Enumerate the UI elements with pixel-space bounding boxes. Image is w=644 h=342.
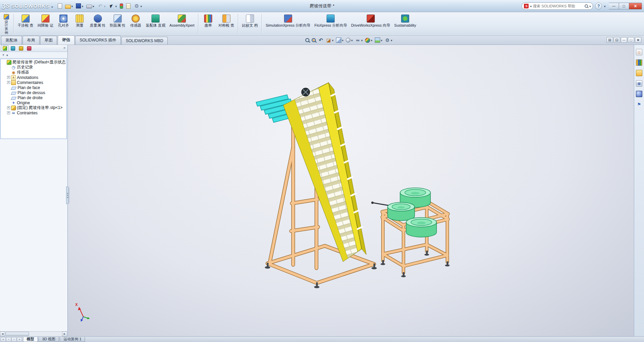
assemblyxpert-button[interactable]: AssemblyXpert (168, 13, 196, 35)
design-study-button[interactable]: 设计算例 (1, 13, 11, 35)
tab-evaluate[interactable]: 评估 (58, 35, 75, 45)
search-scope-caret-icon[interactable] (530, 4, 532, 8)
symmetry-check-button[interactable]: 对称检 查 (217, 13, 236, 35)
curvature-button[interactable]: 曲率 (200, 13, 216, 35)
tab-scroll-first-icon[interactable]: « (1, 337, 6, 342)
previous-view-button[interactable] (317, 36, 324, 44)
panel-overflow-button[interactable]: » (62, 46, 66, 50)
tab-scroll-prev-icon[interactable]: ‹ (6, 337, 11, 342)
tree-horizontal-scrollbar[interactable]: ◀ ▶ (0, 331, 67, 336)
dropdown-caret-icon[interactable] (361, 38, 363, 42)
expand-box[interactable] (7, 101, 10, 104)
dropdown-caret-icon[interactable] (342, 38, 344, 42)
save-button[interactable] (75, 2, 84, 10)
options-button[interactable] (133, 2, 143, 10)
sensor-button[interactable]: 传感器 (128, 13, 143, 35)
help-search-input[interactable] (533, 4, 583, 8)
tree-item-right-plane[interactable]: Plan de droite (1, 95, 66, 100)
propertymanager-tab[interactable] (9, 45, 17, 51)
taskpane-view-palette-button[interactable] (636, 80, 643, 87)
dropdown-caret-icon[interactable] (93, 4, 94, 8)
taskpane-resources-button[interactable] (636, 48, 643, 56)
maximize-button[interactable] (619, 3, 629, 9)
tree-item-mates[interactable]: + Contraintes (1, 110, 66, 115)
tab-sketch[interactable]: 草图 (40, 36, 57, 45)
help-search-box[interactable] (522, 2, 593, 10)
scrollbar-thumb[interactable] (5, 332, 29, 336)
view-orientation-button[interactable] (335, 36, 344, 44)
search-icon[interactable] (585, 4, 588, 8)
dropdown-caret-icon[interactable] (115, 4, 117, 8)
hide-show-items-button[interactable] (355, 36, 364, 44)
select-button[interactable] (108, 2, 118, 10)
tree-item-root[interactable]: 爬坡传送带 (Défaut<显示状态 (1, 60, 66, 65)
undo-button[interactable] (96, 2, 107, 10)
dropdown-caret-icon[interactable] (140, 4, 142, 8)
driveworksxpress-button[interactable]: DriveWorksXpress 向导 (349, 13, 392, 35)
configurationmanager-tab[interactable] (17, 45, 25, 51)
close-button[interactable] (629, 3, 642, 9)
doc-close-button[interactable] (635, 37, 641, 43)
expand-box[interactable]: + (7, 76, 10, 79)
tree-item-top-plane[interactable]: Plan de dessus (1, 90, 66, 95)
tab-assembly[interactable]: 装配体 (1, 36, 22, 45)
apply-scene-button[interactable] (374, 36, 383, 44)
graphics-viewport[interactable]: X (68, 45, 634, 336)
open-button[interactable] (64, 2, 74, 10)
motion-study-tab[interactable]: 运动算例 1 (60, 337, 85, 342)
scroll-right-arrow-icon[interactable]: ▶ (62, 332, 67, 336)
section-view-button[interactable] (325, 36, 334, 44)
model-tab[interactable]: 模型 (23, 337, 38, 342)
floxpress-button[interactable]: FloXpress 分析向导 (313, 13, 349, 35)
rebuild-button[interactable] (119, 2, 124, 10)
scrollbar-track[interactable] (29, 332, 62, 336)
assembly-visualization-button[interactable]: 装配体 直观 (144, 13, 167, 35)
scroll-left-arrow-icon[interactable]: ◀ (0, 332, 5, 336)
help-caret-icon[interactable] (604, 4, 606, 8)
file-properties-button[interactable] (125, 2, 132, 10)
featuremanager-tab[interactable] (1, 45, 8, 51)
simulationxpress-button[interactable]: SimulationXpress 分析向导 (264, 13, 312, 35)
tab-layout[interactable]: 布局 (23, 36, 39, 45)
taskpane-design-library-button[interactable] (636, 59, 643, 66)
print-button[interactable] (85, 2, 95, 10)
interference-check-button[interactable]: 干涉检 查 (16, 13, 35, 35)
tree-item-history[interactable]: 历史记录 (1, 65, 66, 70)
3d-model-canvas[interactable]: X (68, 45, 634, 336)
tree-item-part[interactable]: + (固定) 爬坡传送带.stp<1> (1, 105, 66, 110)
tab-scroll-next-icon[interactable]: › (11, 337, 17, 342)
tree-item-comments[interactable]: + Commentaires (1, 80, 66, 85)
tree-item-sensors[interactable]: 传感器 (1, 70, 66, 75)
dropdown-caret-icon[interactable] (332, 38, 334, 42)
taskpane-file-explorer-button[interactable] (636, 69, 643, 77)
doc-minimize-button[interactable] (621, 37, 627, 43)
expand-box[interactable] (7, 96, 10, 99)
display-style-button[interactable] (345, 36, 354, 44)
dropdown-caret-icon[interactable] (72, 4, 73, 8)
view-settings-button[interactable] (384, 36, 393, 44)
new-button[interactable] (57, 2, 63, 10)
tab-scroll-last-icon[interactable]: » (17, 337, 22, 342)
conveyor-assembly[interactable] (283, 83, 366, 261)
dropdown-caret-icon[interactable] (351, 38, 353, 42)
dimxpertmanager-tab[interactable] (25, 45, 33, 51)
expand-box[interactable]: + (7, 111, 10, 114)
tree-item-annotations[interactable]: + Annotations (1, 75, 66, 80)
edit-appearance-button[interactable] (364, 36, 373, 44)
expand-box[interactable]: + (7, 106, 10, 109)
dropdown-caret-icon[interactable] (381, 38, 383, 42)
dropdown-caret-icon[interactable] (104, 4, 106, 8)
dropdown-caret-icon[interactable] (391, 38, 392, 42)
filter-caret-icon[interactable] (6, 53, 8, 57)
zoom-fit-button[interactable] (305, 36, 310, 44)
solidworks-logo[interactable]: ƷS SOLIDWORKS ▸ (2, 3, 53, 9)
filter-funnel-icon[interactable] (1, 53, 5, 57)
zoom-area-button[interactable] (311, 36, 316, 44)
clearance-verification-button[interactable]: 间隙验 证 (36, 13, 55, 35)
dropdown-caret-icon[interactable] (371, 38, 372, 42)
expand-box[interactable]: + (7, 81, 10, 84)
expand-box[interactable] (3, 61, 6, 64)
expand-box[interactable] (7, 91, 10, 94)
minimize-button[interactable] (609, 3, 619, 9)
taskpane-custom-properties-button[interactable] (636, 101, 643, 108)
